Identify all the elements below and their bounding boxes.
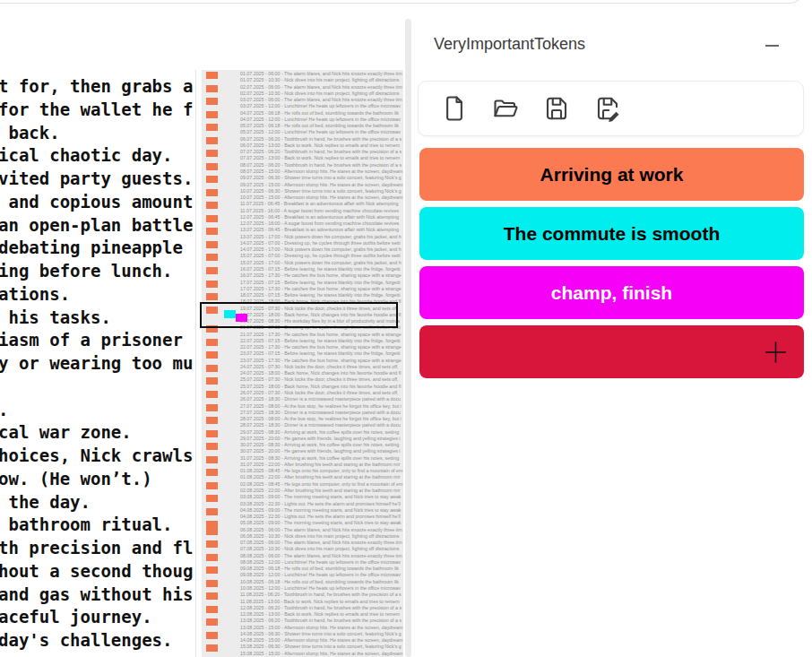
cyan-token-swatch [224, 310, 236, 318]
timeline-entry-text: 01.08.2025 - 22:00 - After brushing his … [240, 474, 400, 480]
timeline-entry-text: 31.07.2025 - 22:00 - After brushing his … [240, 462, 400, 467]
document-line: . [0, 399, 195, 422]
document-line: bathroom ritual. [0, 514, 195, 537]
timeline-canvas[interactable]: 01.07.2025 - 06:00 - The alarm blares, a… [202, 70, 403, 657]
timeline-entry-text: 10.08.2025 - 06:18 - He rolls out of bed… [240, 579, 399, 584]
timeline-entry-text: 06.07.2025 - 06:20 - Toothbrush in hand,… [240, 136, 402, 142]
timeline-entry: 05.07.2025 - 06:18 - He rolls out of bed… [202, 123, 403, 129]
timeline-entry: 02.07.2025 - 10:30 - Nick dives into his… [202, 91, 403, 97]
timeline-entry: 30.07.2025 - 08:30 - Arriving at work, h… [202, 442, 403, 448]
document-line: th precision and fl [0, 537, 195, 560]
timeline-entry-text: 29.07.2025 - 20:00 - He games with frien… [240, 436, 400, 441]
document-line: hoices, Nick crawls [0, 445, 195, 468]
save-icon [543, 95, 570, 122]
timeline-entry-text: 08.08.2025 - 06:00 - The alarm blares, a… [240, 553, 402, 558]
document-line: ing before lunch. [0, 260, 195, 283]
timeline-scrollbar[interactable] [405, 19, 411, 657]
timeline-entry-text: 09.08.2025 - 06:18 - He rolls out of bed… [240, 566, 399, 571]
timeline-entry: 07.08.2025 - 06:00 - The alarm blares, a… [202, 540, 403, 546]
timeline-entry: 16.07.2025 - 17:30 - He catches the bus … [202, 272, 403, 279]
timeline-entry: 04.07.2025 - 12:00 - Lunchtime! He heats… [202, 117, 403, 123]
timeline-entry: 28.07.2025 - 08:00 - At the bus stop, he… [202, 416, 403, 422]
timeline-entry-text: 02.07.2025 - 06:00 - The alarm blares, a… [240, 84, 402, 90]
minimize-button[interactable] [761, 36, 782, 56]
timeline-entry-text: 10.07.2025 - 15:00 - Afternoon slump hit… [240, 195, 402, 200]
timeline-entry-text: 06.08.2025 - 10:30 - Nick dives into his… [240, 533, 399, 539]
document-line: debating pineapple [0, 237, 195, 260]
document-line: and gas without his [0, 584, 195, 607]
timeline-entry-text: 17.07.2025 - 07:15 - Before leaving, he … [240, 280, 400, 285]
timeline-entry-text: 12.08.2025 - 06:20 - Toothbrush in hand,… [240, 605, 402, 610]
timeline-entry: 11.08.2025 - 06:20 - Toothbrush in hand,… [202, 592, 403, 598]
timeline-entry: 22.07.2025 - 17:30 - He catches the bus … [202, 344, 403, 350]
token-label: Arriving at work [540, 164, 684, 186]
token-button-champ-finish[interactable]: champ, finish [419, 266, 804, 319]
timeline-entry: 07.08.2025 - 10:30 - Nick dives into his… [202, 546, 403, 552]
story-document[interactable]: t for, then grabs afor the wallet he f b… [0, 70, 196, 657]
timeline-entry: 03.07.2025 - 12:00 - Lunchtime! He heats… [202, 103, 403, 109]
document-line: y or wearing too mu [0, 352, 195, 376]
timeline-entry-text: 03.08.2025 - 09:00 - The morning meeting… [240, 494, 402, 499]
timeline-entry-text: 23.07.2025 - 17:30 - He catches the bus … [240, 358, 402, 363]
timeline-entry: 22.07.2025 - 07:15 - Before leaving, he … [202, 338, 403, 344]
timeline-entry-text: 08.07.2025 - 06:20 - Toothbrush in hand,… [240, 162, 402, 168]
timeline-entry: 11.07.2025 - 16:00 - A sugar boost from … [202, 208, 403, 214]
timeline-entry: 07.07.2025 - 06:20 - Toothbrush in hand,… [202, 149, 403, 155]
timeline-entry: 08.08.2025 - 06:00 - The alarm blares, a… [202, 553, 403, 559]
timeline-entry: 06.07.2025 - 13:00 - Back to work. Nick … [202, 143, 403, 149]
timeline-entry-text: 24.07.2025 - 18:00 - Back home, Nick cha… [240, 370, 401, 376]
timeline-entry-text: 16.07.2025 - 17:30 - He catches the bus … [240, 272, 402, 278]
timeline-entry-text: 09.07.2025 - 06:30 - Shower time turns i… [240, 175, 402, 180]
timeline-entry: 29.07.2025 - 20:00 - He games with frien… [202, 436, 403, 442]
timeline-entry-text: 10.08.2025 - 12:00 - Lunchtime! He heats… [240, 585, 401, 591]
save-button[interactable] [543, 95, 570, 122]
token-button-arriving-at-work[interactable]: Arriving at work [419, 148, 804, 201]
minus-icon [765, 45, 779, 47]
save-as-icon [594, 95, 621, 122]
timeline-entry-text: 01.07.2025 - 06:00 - The alarm blares, a… [240, 71, 402, 76]
timeline-entry: 25.07.2025 - 18:00 - Back home, Nick cha… [202, 384, 403, 390]
timeline-entry: 09.08.2025 - 12:00 - Lunchtime! He heats… [202, 572, 403, 578]
token-button-commute-smooth[interactable]: The commute is smooth [419, 207, 804, 260]
document-line: for the wallet he f [0, 99, 195, 122]
timeline-entry-text: 14.07.2025 - 17:00 - Nick powers down hi… [240, 246, 402, 252]
open-folder-button[interactable] [492, 95, 519, 122]
document-line: vited party guests. [0, 168, 195, 191]
timeline-entry-text: 03.08.2025 - 22:30 - Lights out. He sets… [240, 501, 401, 506]
new-file-button[interactable] [441, 95, 468, 122]
magenta-token-swatch [236, 314, 247, 322]
timeline-entry: 01.07.2025 - 10:30 - Nick dives into his… [202, 77, 403, 83]
document-line: ical chaotic day. [0, 144, 195, 168]
timeline-entry-text: 13.07.2025 - 06:45 - Breakfast is an adv… [240, 227, 399, 232]
timeline-entry-text: 01.07.2025 - 10:30 - Nick dives into his… [240, 77, 399, 82]
timeline-entry: 09.08.2025 - 06:18 - He rolls out of bed… [202, 566, 403, 572]
timeline-entry: 18.07.2025 - 07:15 - Before leaving, he … [202, 292, 403, 298]
timeline-entry-text: 07.07.2025 - 13:00 - Back to work. Nick … [240, 155, 400, 160]
timeline-entry: 14.07.2025 - 07:00 - Dressing up, he cyc… [202, 240, 403, 246]
timeline-entry-text: 11.08.2025 - 06:20 - Toothbrush in hand,… [240, 592, 402, 597]
timeline-entry-text: 13.08.2025 - 15:00 - Afternoon slump hit… [240, 625, 402, 630]
save-as-button[interactable] [594, 95, 621, 122]
timeline-entry: 15.08.2025 - 06:30 - Shower time turns i… [202, 644, 403, 650]
timeline-entry-text: 04.07.2025 - 06:18 - He rolls out of bed… [240, 110, 399, 116]
app-window: t for, then grabs afor the wallet he f b… [0, 0, 812, 657]
timeline-entry: 03.08.2025 - 09:00 - The morning meeting… [202, 494, 403, 500]
add-token-button[interactable] [419, 325, 804, 378]
timeline-entry: 24.07.2025 - 18:00 - Back home, Nick cha… [202, 370, 403, 376]
timeline-entry-text: 23.07.2025 - 07:15 - Before leaving, he … [240, 350, 400, 356]
timeline-entry: 23.07.2025 - 07:15 - Before leaving, he … [202, 350, 403, 357]
timeline-entry: 02.08.2025 - 22:00 - After brushing his … [202, 488, 403, 494]
timeline-entry-text: 04.08.2025 - 09:00 - The morning meeting… [240, 507, 402, 513]
timeline-entry: 10.08.2025 - 06:18 - He rolls out of bed… [202, 579, 403, 585]
timeline-entry: 06.07.2025 - 06:20 - Toothbrush in hand,… [202, 136, 403, 143]
timeline-entry: 11.07.2025 - 06:45 - Breakfast is an adv… [202, 201, 403, 207]
timeline-entry-text: 12.07.2025 - 16:00 - A sugar boost from … [240, 220, 399, 226]
document-line [0, 376, 195, 399]
timeline-entry-text: 22.07.2025 - 07:15 - Before leaving, he … [240, 338, 400, 343]
document-line: hout a second thoug [0, 560, 195, 584]
timeline-entry-text: 25.07.2025 - 18:00 - Back home, Nick cha… [240, 384, 401, 389]
timeline-entry-text: 16.07.2025 - 07:15 - Before leaving, he … [240, 266, 400, 272]
timeline-entry-text: 12.07.2025 - 06:45 - Breakfast is an adv… [240, 214, 399, 220]
timeline-entry: 29.07.2025 - 08:30 - Arriving at work, h… [202, 429, 403, 436]
timeline-entry: 27.07.2025 - 18:30 - Dinner is a microwa… [202, 410, 403, 416]
